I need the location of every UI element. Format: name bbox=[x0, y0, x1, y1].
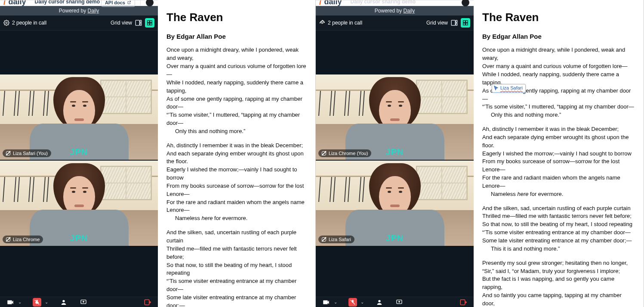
doc-byline: By Edgar Allan Poe bbox=[482, 32, 635, 41]
control-tray: ⌄ ⌄ bbox=[0, 297, 158, 307]
video-placeholder: JPN bbox=[0, 161, 158, 246]
shirt-text: JPN bbox=[70, 233, 88, 243]
svg-rect-3 bbox=[140, 23, 142, 25]
stanza-2: Ah, distinctly I remember it was in the … bbox=[166, 142, 307, 223]
people-count: 2 people in call bbox=[12, 20, 46, 26]
grid-view-icon[interactable] bbox=[145, 18, 154, 28]
status-right: Grid view bbox=[426, 18, 470, 28]
leave-icon[interactable] bbox=[143, 298, 152, 307]
grid-view-label: Grid view bbox=[111, 20, 132, 26]
status-right: Grid view bbox=[111, 18, 154, 28]
powered-link[interactable]: Daily bbox=[404, 8, 415, 14]
svg-rect-15 bbox=[456, 23, 457, 25]
pane-left: / daily Daily cursor sharing demo API do… bbox=[0, 0, 316, 307]
speaker-view-icon[interactable] bbox=[135, 19, 142, 27]
logo-text: daily bbox=[9, 0, 26, 4]
svg-point-21 bbox=[378, 300, 380, 302]
tile-spacer bbox=[0, 247, 158, 297]
top-right bbox=[462, 0, 469, 6]
svg-point-9 bbox=[62, 300, 65, 302]
shared-cursor: Liza Safari bbox=[492, 84, 526, 93]
video-placeholder: JPN bbox=[0, 74, 158, 160]
stanza-1: Once upon a midnight dreary, while I pon… bbox=[166, 46, 307, 135]
pane-right: / daily Daily cursor sharing demo Powere… bbox=[316, 0, 644, 307]
mic-off-icon bbox=[322, 151, 326, 155]
participant-name: Liza Safari bbox=[329, 237, 351, 242]
grid-view-label: Grid view bbox=[426, 20, 448, 26]
github-icon[interactable] bbox=[146, 0, 154, 6]
svg-rect-5 bbox=[150, 21, 152, 23]
svg-rect-1 bbox=[136, 20, 139, 25]
github-icon[interactable] bbox=[462, 0, 469, 6]
tile-spacer bbox=[316, 247, 474, 297]
app-root: / daily Daily cursor sharing demo API do… bbox=[0, 0, 644, 307]
status-bar: 2 people in call Grid view bbox=[316, 16, 474, 31]
participant-name: Liza Chrome (You) bbox=[329, 151, 368, 156]
gear-icon[interactable] bbox=[319, 20, 325, 26]
video-area: Powered by Daily 2 people in call Grid v… bbox=[316, 6, 474, 307]
svg-rect-6 bbox=[148, 23, 150, 25]
stanza-1: Once upon a midnight dreary, while I pon… bbox=[482, 46, 635, 119]
person-icon[interactable] bbox=[59, 298, 68, 307]
logo: / daily Daily cursor sharing demo bbox=[319, 0, 416, 6]
leave-icon[interactable] bbox=[459, 298, 468, 307]
chevron-down-icon[interactable]: ⌄ bbox=[334, 300, 337, 304]
camera-icon[interactable] bbox=[322, 298, 330, 307]
svg-point-0 bbox=[6, 22, 7, 24]
chevron-down-icon[interactable]: ⌄ bbox=[45, 300, 48, 304]
logo-slash: / bbox=[3, 0, 6, 4]
participant-name: Liza Safari (You) bbox=[13, 151, 48, 156]
shirt-text: JPN bbox=[386, 147, 404, 157]
mic-off-icon bbox=[6, 237, 10, 242]
video-tile-self[interactable]: JPN Liza Safari (You) bbox=[0, 74, 158, 160]
video-tile-remote[interactable]: JPN Liza Safari bbox=[316, 161, 474, 246]
top-bar: / daily Daily cursor sharing demo bbox=[316, 0, 474, 6]
document-pane[interactable]: The Raven By Edgar Allan Poe Once upon a… bbox=[158, 0, 315, 307]
mic-off-icon bbox=[6, 151, 10, 155]
speaker-view-icon[interactable] bbox=[450, 19, 458, 27]
document-pane[interactable]: Liza Safari The Raven By Edgar Allan Poe… bbox=[474, 0, 644, 307]
participant-name: Liza Chrome bbox=[13, 237, 40, 242]
page-subtitle: Daily cursor sharing demo bbox=[351, 0, 416, 4]
svg-rect-2 bbox=[140, 20, 142, 22]
svg-rect-4 bbox=[148, 21, 150, 23]
page-subtitle: Daily cursor sharing demo bbox=[35, 0, 100, 4]
powered-prefix: Powered by bbox=[59, 8, 88, 14]
mic-off-button[interactable] bbox=[33, 298, 41, 307]
mic-off-button[interactable] bbox=[348, 298, 357, 307]
status-left: 2 people in call bbox=[319, 20, 362, 26]
api-docs-button[interactable]: API docs bbox=[101, 0, 135, 7]
video-tile-self[interactable]: JPN Liza Chrome (You) bbox=[316, 74, 474, 160]
video-column-right: / daily Daily cursor sharing demo Powere… bbox=[316, 0, 474, 307]
svg-rect-19 bbox=[466, 23, 468, 25]
chevron-down-icon[interactable]: ⌄ bbox=[361, 300, 364, 304]
svg-rect-23 bbox=[460, 300, 465, 305]
powered-prefix: Powered by bbox=[375, 8, 404, 14]
camera-icon[interactable] bbox=[6, 298, 15, 307]
stanza-3: And the silken, sad, uncertain rustling … bbox=[482, 205, 635, 253]
status-left: 2 people in call bbox=[3, 20, 46, 26]
svg-rect-7 bbox=[150, 23, 152, 25]
tile-spacer bbox=[316, 31, 474, 74]
video-tile-remote[interactable]: JPN Liza Chrome bbox=[0, 161, 158, 246]
name-badge: Liza Chrome (You) bbox=[318, 149, 371, 157]
svg-rect-18 bbox=[463, 23, 465, 25]
share-screen-icon[interactable] bbox=[395, 298, 404, 307]
tile-spacer bbox=[0, 31, 158, 74]
svg-rect-11 bbox=[145, 300, 149, 305]
top-bar: / daily Daily cursor sharing demo API do… bbox=[0, 0, 158, 6]
shirt-text: JPN bbox=[70, 147, 88, 157]
person-icon[interactable] bbox=[375, 298, 384, 307]
gear-icon[interactable] bbox=[3, 20, 9, 26]
svg-rect-14 bbox=[456, 20, 457, 22]
tiles: JPN Liza Chrome (You) JPN Liza Safari bbox=[316, 31, 474, 297]
name-badge: Liza Safari (You) bbox=[3, 149, 51, 157]
svg-rect-16 bbox=[463, 21, 465, 23]
powered-link[interactable]: Daily bbox=[88, 8, 99, 14]
chevron-down-icon[interactable]: ⌄ bbox=[18, 300, 22, 304]
video-column-left: / daily Daily cursor sharing demo API do… bbox=[0, 0, 158, 307]
api-docs-label: API docs bbox=[105, 0, 125, 5]
shared-cursor-label: Liza Safari bbox=[500, 85, 523, 92]
grid-view-icon[interactable] bbox=[461, 18, 470, 28]
share-screen-icon[interactable] bbox=[79, 298, 88, 307]
